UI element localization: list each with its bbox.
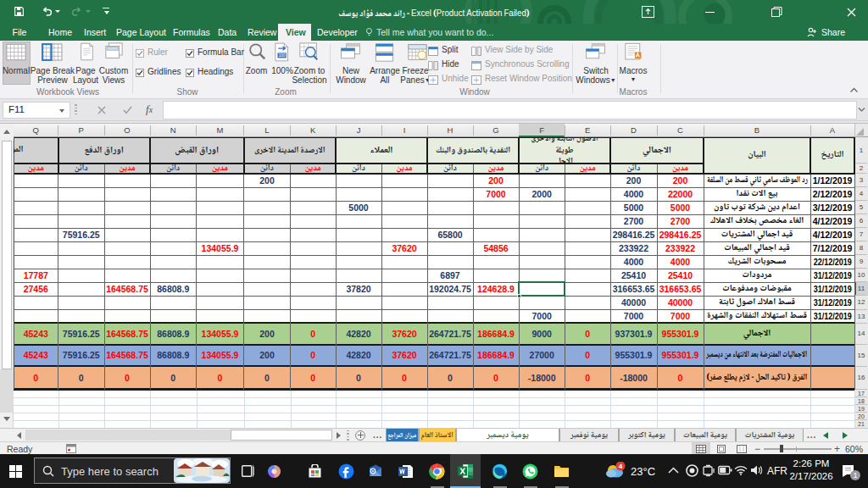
svg-text:4: 4: [619, 463, 623, 470]
svg-text:100: 100: [279, 53, 286, 58]
